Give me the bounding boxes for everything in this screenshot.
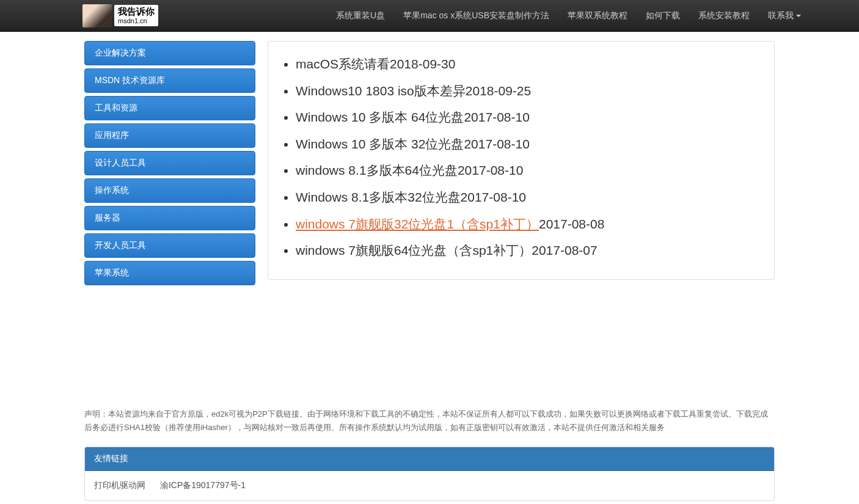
post-link[interactable]: Windows10 1803 iso版本差异: [296, 84, 466, 98]
nav-item-mac-usb[interactable]: 苹果mac os x系统USB安装盘制作方法: [394, 1, 558, 31]
post-link[interactable]: Windows 8.1多版本32位光盘: [296, 190, 461, 204]
list-item: Windows 10 多版本 32位光盘2017-08-10: [296, 134, 756, 155]
sidebar-item-tools[interactable]: 工具和资源: [84, 96, 255, 120]
main-container: 企业解决方案 MSDN 技术资源库 工具和资源 应用程序 设计人员工具 操作系统…: [84, 32, 775, 298]
post-date: 2017-08-10: [464, 110, 529, 124]
post-link-active[interactable]: windows 7旗舰版32位光盘1（含sp1补丁）: [296, 217, 539, 231]
friendlinks-panel: 友情链接 打印机驱动网 渝ICP备19017797号-1: [84, 447, 775, 501]
post-date: 2017-08-10: [461, 190, 526, 204]
post-list: macOS系统请看2018-09-30 Windows10 1803 iso版本…: [287, 54, 756, 261]
friendlink-printer[interactable]: 打印机驱动网: [94, 480, 145, 490]
brand-subtitle: msdn1.cn: [118, 17, 155, 25]
sidebar-item-msdn[interactable]: MSDN 技术资源库: [84, 68, 255, 93]
logo-image: [82, 4, 112, 27]
nav-item-dual-boot[interactable]: 苹果双系统教程: [558, 1, 637, 31]
chevron-down-icon: [796, 15, 801, 17]
list-item: macOS系统请看2018-09-30: [296, 54, 756, 75]
logo-text: 我告诉你 msdn1.cn: [114, 5, 158, 26]
post-link[interactable]: windows 7旗舰版64位光盘（含sp1补丁）: [296, 243, 532, 257]
friendlinks-body: 打印机驱动网 渝ICP备19017797号-1: [85, 471, 774, 500]
top-navbar: 我告诉你 msdn1.cn 系统重装U盘 苹果mac os x系统USB安装盘制…: [0, 0, 859, 32]
friendlinks-heading: 友情链接: [85, 447, 774, 471]
sidebar-item-apps[interactable]: 应用程序: [84, 123, 255, 148]
nav-links: 系统重装U盘 苹果mac os x系统USB安装盘制作方法 苹果双系统教程 如何…: [327, 1, 810, 31]
list-item: Windows 8.1多版本32位光盘2017-08-10: [296, 187, 756, 208]
sidebar: 企业解决方案 MSDN 技术资源库 工具和资源 应用程序 设计人员工具 操作系统…: [84, 41, 255, 288]
sidebar-item-os[interactable]: 操作系统: [84, 178, 255, 203]
list-item: windows 7旗舰版32位光盘1（含sp1补丁）2017-08-08: [296, 214, 756, 235]
nav-item-reinstall[interactable]: 系统重装U盘: [327, 1, 394, 31]
content-panel: macOS系统请看2018-09-30 Windows10 1803 iso版本…: [268, 41, 775, 280]
disclaimer-text: 声明：本站资源均来自于官方原版，ed2k可视为P2P下载链接。由于网络环境和下载…: [84, 407, 775, 434]
post-date: 2017-08-07: [532, 243, 597, 257]
sidebar-item-developer[interactable]: 开发人员工具: [84, 233, 255, 258]
nav-item-contact[interactable]: 联系我: [759, 1, 810, 31]
list-item: Windows10 1803 iso版本差异2018-09-25: [296, 81, 756, 101]
post-link[interactable]: Windows 10 多版本 64位光盘: [296, 110, 464, 124]
sidebar-item-apple[interactable]: 苹果系统: [84, 261, 255, 285]
sidebar-item-designer[interactable]: 设计人员工具: [84, 151, 255, 175]
list-item: windows 7旗舰版64位光盘（含sp1补丁）2017-08-07: [296, 240, 756, 261]
post-date: 2017-08-10: [464, 137, 529, 151]
list-item: windows 8.1多版本64位光盘2017-08-10: [296, 160, 756, 181]
sidebar-item-server[interactable]: 服务器: [84, 206, 255, 230]
post-link[interactable]: windows 8.1多版本64位光盘: [296, 163, 458, 177]
nav-item-how-download[interactable]: 如何下载: [637, 1, 689, 31]
footer: 声明：本站资源均来自于官方原版，ed2k可视为P2P下载链接。由于网络环境和下载…: [84, 407, 775, 501]
post-link[interactable]: macOS系统请看: [296, 57, 390, 71]
post-date: 2017-08-10: [458, 163, 523, 177]
nav-item-install-guide[interactable]: 系统安装教程: [689, 1, 759, 31]
brand-title: 我告诉你: [118, 6, 155, 17]
friendlink-icp[interactable]: 渝ICP备19017797号-1: [160, 480, 246, 490]
post-date: 2017-08-08: [539, 217, 604, 231]
post-date: 2018-09-25: [466, 84, 531, 98]
brand-logo[interactable]: 我告诉你 msdn1.cn: [82, 4, 158, 27]
list-item: Windows 10 多版本 64位光盘2017-08-10: [296, 107, 756, 128]
post-date: 2018-09-30: [390, 57, 455, 71]
sidebar-item-enterprise[interactable]: 企业解决方案: [84, 41, 255, 65]
post-link[interactable]: Windows 10 多版本 32位光盘: [296, 137, 464, 151]
